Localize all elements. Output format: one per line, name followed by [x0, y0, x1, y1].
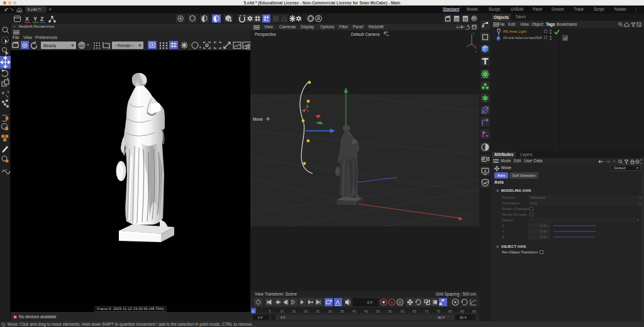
svg-text:60: 60: [401, 309, 404, 313]
svg-text:a: a: [267, 18, 269, 22]
svg-text:30: 30: [328, 309, 332, 313]
svg-text:65: 65: [413, 309, 416, 313]
svg-text:70: 70: [425, 309, 428, 313]
svg-text:0 F: 0 F: [258, 316, 264, 319]
svg-text:0 F: 0 F: [367, 301, 373, 304]
svg-text:A: A: [391, 301, 393, 304]
svg-text:Default Camera: Default Camera: [351, 32, 380, 36]
svg-text:90 F: 90 F: [460, 316, 467, 319]
svg-text:0: 0: [252, 309, 254, 313]
svg-text:85: 85: [460, 309, 464, 313]
svg-text:x: x: [475, 50, 477, 53]
svg-text:90: 90: [472, 309, 476, 313]
svg-text:‹ Render ›: ‹ Render ›: [115, 43, 133, 48]
svg-text:Perspective: Perspective: [255, 32, 276, 37]
svg-text:0 F: 0 F: [280, 316, 286, 319]
svg-text:Move: Move: [253, 117, 263, 121]
svg-text:50: 50: [376, 309, 380, 313]
svg-text:15: 15: [292, 309, 296, 313]
svg-text:Z: Z: [40, 16, 44, 22]
svg-text:Y: Y: [33, 16, 37, 22]
svg-text:45: 45: [364, 309, 368, 313]
svg-text:10: 10: [280, 309, 284, 313]
svg-text:X: X: [25, 16, 29, 22]
svg-text:y: y: [473, 31, 475, 35]
svg-text:Beauty: Beauty: [43, 43, 57, 48]
svg-text:90 F: 90 F: [438, 316, 445, 319]
svg-text:40: 40: [352, 309, 356, 313]
svg-text:75: 75: [436, 309, 440, 313]
svg-text:sRGB: sRGB: [79, 44, 87, 48]
svg-text:35: 35: [340, 309, 344, 313]
svg-text:80: 80: [448, 309, 452, 313]
svg-text:5: 5: [269, 309, 270, 313]
svg-text:25: 25: [316, 309, 319, 313]
svg-text:20: 20: [304, 309, 308, 313]
svg-text:55: 55: [388, 309, 392, 313]
